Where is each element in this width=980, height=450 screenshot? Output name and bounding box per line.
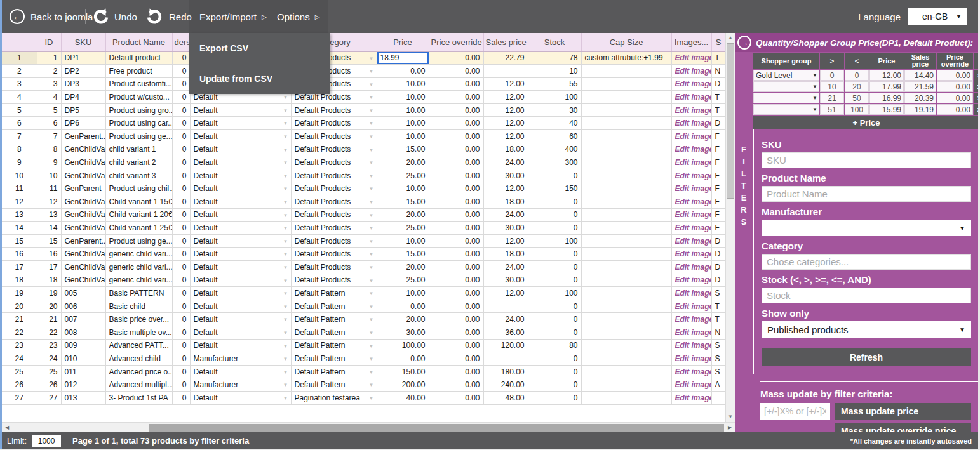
cell-manuf[interactable]: Default▼ (190, 313, 291, 326)
cell-images[interactable]: Edit images (671, 208, 711, 222)
cell-images[interactable]: Edit images (671, 339, 711, 352)
cell-cat[interactable]: Default Products▼ (291, 208, 377, 222)
qsg-cell-sales[interactable]: 19.19 (904, 104, 936, 115)
cell-sales[interactable]: 18.00 (483, 248, 528, 261)
qsg-shopper-group-select[interactable]: ▼ (753, 81, 819, 92)
cell-cat[interactable]: Default Products▼ (291, 117, 377, 130)
cell-override[interactable]: 0.00 (429, 156, 483, 169)
cell-images[interactable]: Edit images (671, 378, 711, 392)
mass-update-input[interactable] (760, 403, 830, 420)
cell-name[interactable]: Product using chil... (105, 182, 172, 195)
cell-cap[interactable] (581, 274, 671, 287)
cell-sales[interactable]: 12.00 (483, 77, 528, 91)
cell-images[interactable]: Edit images (671, 143, 711, 156)
manufacturer-filter-select[interactable]: ▼ (762, 220, 971, 236)
edit-images-link[interactable]: Edit images (675, 106, 712, 115)
cell-cap[interactable] (581, 234, 671, 248)
cell-override[interactable]: 0.00 (429, 169, 483, 182)
cell-sales[interactable]: 12.00 (483, 117, 528, 130)
cell-num[interactable]: 15 (2, 234, 37, 248)
language-select[interactable]: en-GB ▼ (908, 8, 967, 25)
cell-cap[interactable] (581, 287, 671, 300)
sku-filter-input[interactable] (762, 152, 971, 168)
cell-cap[interactable] (581, 378, 671, 392)
cell-sku[interactable]: 013 (61, 391, 105, 404)
edit-images-link[interactable]: Edit images (675, 93, 712, 102)
cell-sku[interactable]: GenParent (61, 182, 105, 195)
cell-cat[interactable]: Default Products▼ (291, 222, 377, 235)
cell-stock[interactable]: 150 (528, 182, 581, 195)
vertical-scrollbar-thumb[interactable] (727, 43, 734, 199)
qsg-cell-override[interactable]: 0.00 (937, 81, 973, 92)
cell-name[interactable]: Advanced multipl... (105, 378, 172, 392)
cell-sales[interactable]: 12.00 (483, 234, 528, 248)
cell-cat[interactable]: Default Products▼ (291, 234, 377, 248)
cell-num[interactable]: 19 (2, 287, 37, 300)
cell-name[interactable]: Basic PATTERN (105, 287, 172, 300)
cell-manuf[interactable]: Manufacturer▼ (190, 378, 291, 392)
cell-sales[interactable]: 120.00 (483, 339, 528, 352)
qsg-cell-override[interactable]: 0.00 (937, 93, 973, 103)
cell-sku[interactable]: GenChildVa... (61, 156, 105, 169)
cell-stock[interactable]: 0 (528, 352, 581, 366)
cell-num[interactable]: 2 (2, 65, 37, 78)
edit-images-link[interactable]: Edit images (675, 223, 712, 232)
cell-images[interactable]: Edit images (671, 91, 711, 104)
cell-num[interactable]: 11 (2, 182, 37, 195)
qsg-cell-gt[interactable]: 10 (820, 81, 844, 92)
cell-name[interactable]: Product using ge... (105, 234, 172, 248)
cell-sku[interactable]: GenChildVa... (61, 195, 105, 209)
cell-price[interactable]: 20.00 (377, 261, 429, 274)
qsg-cell-lt[interactable]: 100 (845, 104, 869, 115)
cell-manuf[interactable]: Default▼ (190, 208, 291, 222)
cell-price[interactable]: 20.00 (377, 156, 429, 169)
cell-sales[interactable] (483, 300, 528, 313)
scroll-left-icon[interactable]: ◀ (3, 423, 11, 433)
edit-images-link[interactable]: Edit images (675, 197, 712, 206)
cell-manuf[interactable]: Default▼ (190, 261, 291, 274)
cell-images[interactable]: Edit images (671, 65, 711, 78)
cell-sku[interactable]: DP6 (61, 117, 105, 130)
cell-override[interactable]: 0.00 (429, 248, 483, 261)
cell-sales[interactable]: 24.00 (483, 208, 528, 222)
edit-images-link[interactable]: Edit images (675, 249, 712, 258)
cell-manuf[interactable]: Default▼ (190, 130, 291, 143)
cell-price[interactable]: 150.00 (377, 365, 429, 378)
cell-num[interactable]: 27 (2, 391, 37, 404)
cell-num[interactable]: 17 (2, 261, 37, 274)
cell-sku[interactable]: 012 (61, 378, 105, 392)
cell-images[interactable]: Edit images (671, 287, 711, 300)
cell-price[interactable]: 15.00 (377, 143, 429, 156)
cell-sales[interactable]: 30.00 (483, 222, 528, 235)
col-header-override[interactable]: Price override (429, 33, 483, 51)
cell-images[interactable]: Edit images (671, 103, 711, 117)
cell-override[interactable]: 0.00 (429, 143, 483, 156)
stock-filter-input[interactable] (762, 288, 971, 303)
qsg-cell-price[interactable]: 16.99 (869, 93, 904, 103)
cell-stock[interactable]: 0 (528, 326, 581, 339)
cell-stock[interactable]: 100 (528, 287, 581, 300)
cell-sku[interactable]: 010 (61, 352, 105, 366)
cell-override[interactable]: 0.00 (429, 77, 483, 91)
cell-name[interactable]: Basic multiple ov... (105, 326, 172, 339)
cell-price[interactable]: 10.00 (377, 182, 429, 195)
cell-name[interactable]: child variant 2 (105, 156, 172, 169)
limit-input[interactable] (32, 435, 61, 447)
mass-update-price-button[interactable]: Mass update price (835, 403, 971, 420)
cell-override[interactable]: 0.00 (429, 182, 483, 195)
cell-override[interactable]: 0.00 (429, 391, 483, 404)
edit-images-link[interactable]: Edit images (675, 53, 712, 62)
cell-stock[interactable]: 0 (528, 169, 581, 182)
cell-cap[interactable] (581, 365, 671, 378)
cell-override[interactable]: 0.00 (429, 261, 483, 274)
cell-cat[interactable]: Default Products▼ (291, 156, 377, 169)
cell-name[interactable]: child variant 3 (105, 169, 172, 182)
cell-cap[interactable] (581, 208, 671, 222)
cell-cat[interactable]: Default Products▼ (291, 274, 377, 287)
cell-sku[interactable]: GenChildVa... (61, 143, 105, 156)
cell-cap[interactable] (581, 300, 671, 313)
cell-sales[interactable]: 36.00 (483, 326, 528, 339)
cell-images[interactable]: Edit images (671, 51, 711, 65)
col-header-id[interactable]: ID (37, 33, 61, 51)
cell-manuf[interactable]: Default▼ (190, 248, 291, 261)
